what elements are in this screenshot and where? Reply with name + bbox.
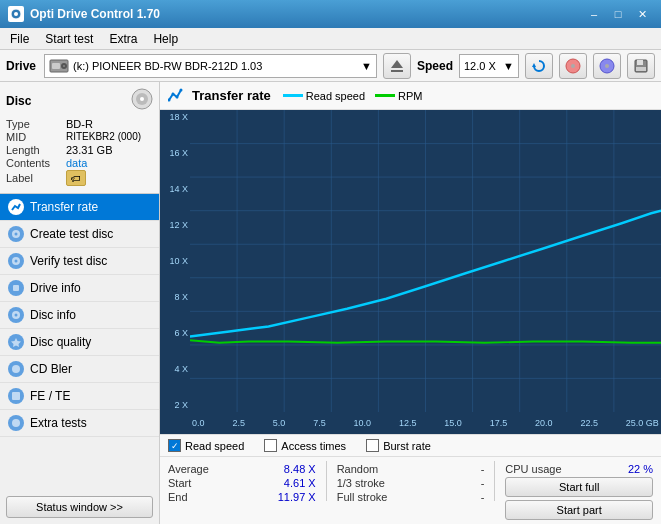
disc-contents-row: Contents data <box>6 157 153 169</box>
minimize-button[interactable]: – <box>583 5 605 23</box>
verify-test-disc-label: Verify test disc <box>30 254 107 268</box>
read-speed-checkbox[interactable] <box>168 439 181 452</box>
nav-drive-info[interactable]: Drive info <box>0 275 159 302</box>
disc-icon2 <box>599 58 615 74</box>
disc-panel-icon <box>131 88 153 114</box>
app-icon <box>8 6 24 22</box>
y-label-2: 2 X <box>160 400 190 410</box>
mid-label: MID <box>6 131 66 143</box>
stats-col-3: CPU usage 22 % Start full Start part <box>505 461 653 520</box>
label-label: Label <box>6 172 66 184</box>
disc-button2[interactable] <box>593 53 621 79</box>
x-label-2.5: 2.5 <box>232 418 245 428</box>
chart-controls: Read speed Access times Burst rate <box>160 434 661 456</box>
svg-marker-26 <box>11 338 21 347</box>
svg-point-5 <box>63 65 65 67</box>
end-label: End <box>168 491 188 503</box>
app-title: Opti Drive Control 1.70 <box>30 7 160 21</box>
eject-icon <box>389 58 405 74</box>
svg-marker-6 <box>391 60 403 68</box>
nav-disc-info[interactable]: Disc info <box>0 302 159 329</box>
create-test-disc-icon <box>8 226 24 242</box>
window-controls: – □ ✕ <box>583 5 653 23</box>
stats-col-1: Average 8.48 X Start 4.61 X End 11.97 X <box>168 461 316 520</box>
svg-rect-28 <box>12 392 20 400</box>
disc-quality-label: Disc quality <box>30 335 91 349</box>
stats-cpu-row: CPU usage 22 % <box>505 463 653 475</box>
svg-point-10 <box>571 64 575 68</box>
stats-average-row: Average 8.48 X <box>168 463 316 475</box>
menu-start-test[interactable]: Start test <box>39 30 99 48</box>
drive-selector[interactable]: (k:) PIONEER BD-RW BDR-212D 1.03 ▼ <box>44 54 377 78</box>
chart-header: Transfer rate Read speed RPM <box>160 82 661 110</box>
stats-start-row: Start 4.61 X <box>168 477 316 489</box>
eject-button[interactable] <box>383 53 411 79</box>
y-label-4: 4 X <box>160 364 190 374</box>
nav-cd-bler[interactable]: CD Bler <box>0 356 159 383</box>
stats-divider-2 <box>494 461 495 501</box>
menu-file[interactable]: File <box>4 30 35 48</box>
x-label-22.5: 22.5 <box>580 418 598 428</box>
drive-info-icon <box>8 280 24 296</box>
access-times-checkbox[interactable] <box>264 439 277 452</box>
disc-button1[interactable] <box>559 53 587 79</box>
drive-icon <box>49 58 69 74</box>
burst-rate-control-label: Burst rate <box>383 440 431 452</box>
y-label-8: 8 X <box>160 292 190 302</box>
drive-label: Drive <box>6 59 36 73</box>
type-label: Type <box>6 118 66 130</box>
fullstroke-value: - <box>481 491 485 503</box>
nav-create-test-disc[interactable]: Create test disc <box>0 221 159 248</box>
status-window-button[interactable]: Status window >> <box>6 496 153 518</box>
legend-read-speed-label: Read speed <box>306 90 365 102</box>
disc-info-icon <box>8 307 24 323</box>
svg-rect-15 <box>636 67 646 71</box>
start-full-button[interactable]: Start full <box>505 477 653 497</box>
stats-divider-1 <box>326 461 327 501</box>
close-button[interactable]: ✕ <box>631 5 653 23</box>
svg-point-20 <box>15 233 18 236</box>
disc-type-row: Type BD-R <box>6 118 153 130</box>
read-speed-control-label: Read speed <box>185 440 244 452</box>
speed-selector[interactable]: 12.0 X ▼ <box>459 54 519 78</box>
legend-read-speed: Read speed <box>283 90 365 102</box>
chart-legend: Read speed RPM <box>283 90 423 102</box>
nav-extra-tests[interactable]: Extra tests <box>0 410 159 437</box>
nav-verify-test-disc[interactable]: Verify test disc <box>0 248 159 275</box>
transfer-rate-icon <box>8 199 24 215</box>
label-icon: 🏷 <box>66 170 86 186</box>
menu-help[interactable]: Help <box>147 30 184 48</box>
svg-rect-3 <box>52 63 60 69</box>
save-button[interactable] <box>627 53 655 79</box>
nav-disc-quality[interactable]: Disc quality <box>0 329 159 356</box>
contents-value: data <box>66 157 87 169</box>
length-value: 23.31 GB <box>66 144 112 156</box>
svg-point-29 <box>12 419 20 427</box>
x-label-20: 20.0 <box>535 418 553 428</box>
burst-rate-checkbox[interactable] <box>366 439 379 452</box>
legend-rpm: RPM <box>375 90 422 102</box>
svg-point-25 <box>15 314 18 317</box>
nav-fe-te[interactable]: FE / TE <box>0 383 159 410</box>
control-burst-rate: Burst rate <box>366 439 431 452</box>
legend-read-speed-color <box>283 94 303 97</box>
stats-fullstroke-row: Full stroke - <box>337 491 485 503</box>
start-value: 4.61 X <box>284 477 316 489</box>
svg-point-33 <box>180 89 183 92</box>
main-area: Disc Type BD-R MID RITEKBR2 (000) Lengt <box>0 82 661 524</box>
disc-panel-title: Disc <box>6 94 31 108</box>
x-label-7.5: 7.5 <box>313 418 326 428</box>
nav-transfer-rate[interactable]: Transfer rate <box>0 194 159 221</box>
refresh-button[interactable] <box>525 53 553 79</box>
cd-bler-label: CD Bler <box>30 362 72 376</box>
refresh-icon <box>532 59 546 73</box>
svg-point-22 <box>15 260 18 263</box>
menu-extra[interactable]: Extra <box>103 30 143 48</box>
extra-tests-label: Extra tests <box>30 416 87 430</box>
drive-info-label: Drive info <box>30 281 81 295</box>
transfer-rate-label: Transfer rate <box>30 200 98 214</box>
disc-panel: Disc Type BD-R MID RITEKBR2 (000) Lengt <box>0 82 159 194</box>
access-times-control-label: Access times <box>281 440 346 452</box>
maximize-button[interactable]: □ <box>607 5 629 23</box>
start-part-button[interactable]: Start part <box>505 500 653 520</box>
